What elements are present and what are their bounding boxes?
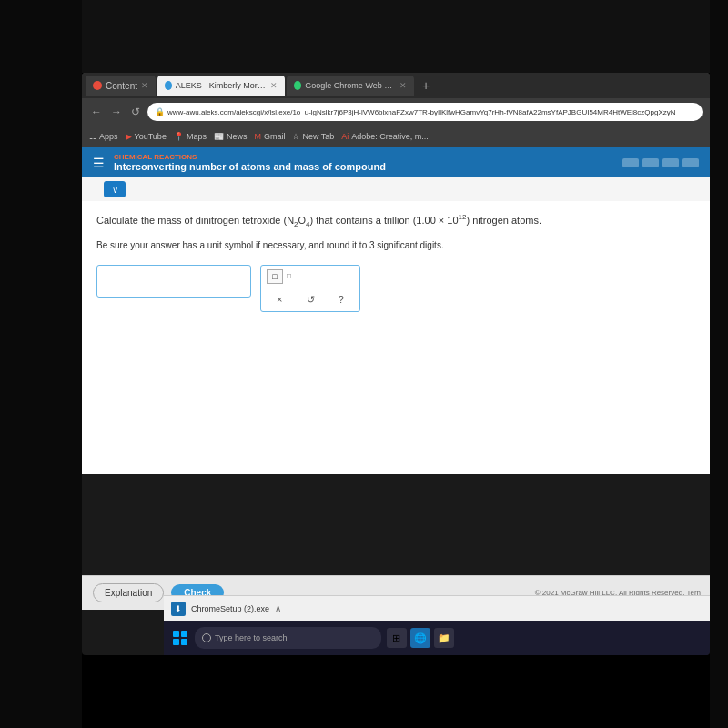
symbol-panel-bottom: × ↺ ? bbox=[261, 288, 359, 311]
tab-chrome-label: Google Chrome Web Browser bbox=[305, 81, 396, 90]
tab-close-chrome[interactable]: ✕ bbox=[399, 81, 407, 90]
bookmark-new-tab-label: New Tab bbox=[302, 132, 334, 141]
bookmark-maps-label: Maps bbox=[187, 132, 207, 141]
tab-bar: Content ✕ ALEKS - Kimberly Morris - Lear… bbox=[82, 73, 710, 98]
header-controls bbox=[622, 158, 699, 167]
dark-overlay-top bbox=[82, 0, 710, 73]
problem-text3: nitrogen atoms. bbox=[472, 215, 541, 226]
download-filename: ChromeSetup (2).exe bbox=[191, 604, 269, 613]
chem-formula: N2O4 bbox=[287, 215, 309, 226]
aleks-header: ☰ CHEMICAL REACTIONS Interconverting num… bbox=[82, 147, 710, 177]
tab-aleks-label: ALEKS - Kimberly Morris - Learn bbox=[176, 81, 267, 90]
dropdown-button[interactable]: ∨ bbox=[104, 181, 126, 197]
symbol-panel-top: □ □ bbox=[261, 266, 359, 288]
symbol-box: □ bbox=[267, 269, 283, 284]
download-bar: ⬇ ChromeSetup (2).exe ∧ bbox=[164, 595, 710, 621]
bookmark-news[interactable]: 📰 News bbox=[214, 132, 248, 141]
header-control-3[interactable] bbox=[662, 158, 679, 167]
tab-aleks[interactable]: ALEKS - Kimberly Morris - Learn ✕ bbox=[157, 76, 285, 96]
back-button[interactable]: ← bbox=[89, 104, 104, 120]
explanation-button[interactable]: Explanation bbox=[93, 583, 164, 602]
bookmark-news-icon: 📰 bbox=[214, 132, 224, 141]
hint-text: Be sure your answer has a unit symbol if… bbox=[96, 240, 695, 250]
symbol-panel: □ □ × ↺ ? bbox=[260, 265, 360, 312]
url-bar[interactable]: 🔒 www-awu.aleks.com/alekscgi/x/lsl.exe/1… bbox=[147, 103, 703, 121]
symbol-help-button[interactable]: ? bbox=[335, 292, 348, 307]
bookmark-adobe[interactable]: Ai Adobe: Creative, m... bbox=[341, 132, 429, 141]
dark-overlay-right bbox=[710, 0, 728, 728]
forward-button[interactable]: → bbox=[109, 104, 124, 120]
taskbar-icon-folder[interactable]: 📁 bbox=[434, 628, 454, 648]
tab-chrome[interactable]: Google Chrome Web Browser ✕ bbox=[287, 76, 414, 96]
taskbar-search[interactable]: Type here to search bbox=[195, 627, 381, 649]
tab-close-content[interactable]: ✕ bbox=[141, 81, 148, 90]
taskbar: Type here to search ⊞ 🌐 📁 📶 🔊 12:00 PM bbox=[164, 621, 710, 655]
page-title: Interconverting number of atoms and mass… bbox=[114, 161, 613, 172]
windows-icon bbox=[173, 631, 187, 645]
taskbar-middle: ⊞ 🌐 📁 bbox=[387, 628, 454, 648]
start-button[interactable] bbox=[171, 629, 189, 647]
symbol-times-button[interactable]: × bbox=[273, 292, 286, 307]
symbol-undo-button[interactable]: ↺ bbox=[303, 292, 318, 308]
bookmark-news-label: News bbox=[227, 132, 248, 141]
header-control-1[interactable] bbox=[622, 158, 639, 167]
dark-overlay-left bbox=[0, 0, 82, 728]
section-label: CHEMICAL REACTIONS bbox=[114, 153, 613, 161]
header-control-2[interactable] bbox=[642, 158, 659, 167]
bookmark-gmail[interactable]: M Gmail bbox=[254, 132, 285, 141]
bookmark-gmail-icon: M bbox=[254, 132, 261, 141]
hamburger-menu[interactable]: ☰ bbox=[93, 156, 105, 170]
problem-text2: that contains a trillion bbox=[316, 215, 410, 226]
bookmark-adobe-icon: Ai bbox=[341, 132, 349, 141]
bookmark-apps-label: Apps bbox=[99, 132, 118, 141]
browser-window: Content ✕ ALEKS - Kimberly Morris - Lear… bbox=[82, 73, 710, 655]
browser-chrome: Content ✕ ALEKS - Kimberly Morris - Lear… bbox=[82, 73, 710, 147]
taskbar-icon-view[interactable]: ⊞ bbox=[387, 628, 407, 648]
download-icon: ⬇ bbox=[171, 602, 186, 616]
tab-content-label: Content bbox=[106, 81, 137, 91]
bookmark-new-tab-icon: ☆ bbox=[292, 132, 299, 141]
taskbar-search-text: Type here to search bbox=[215, 633, 288, 642]
header-title-section: CHEMICAL REACTIONS Interconverting numbe… bbox=[114, 153, 613, 172]
bookmark-adobe-label: Adobe: Creative, m... bbox=[351, 132, 429, 141]
new-tab-button[interactable]: + bbox=[416, 76, 436, 96]
bookmark-youtube[interactable]: ▶ YouTube bbox=[126, 132, 167, 141]
header-control-4[interactable] bbox=[682, 158, 699, 167]
lock-icon: 🔒 bbox=[155, 107, 165, 116]
download-arrow[interactable]: ∧ bbox=[275, 603, 281, 613]
bookmark-maps[interactable]: 📍 Maps bbox=[174, 132, 207, 141]
bookmark-apps[interactable]: ⚏ Apps bbox=[89, 132, 118, 141]
content-area: Calculate the mass of dinitrogen tetroxi… bbox=[82, 201, 710, 474]
url-text: www-awu.aleks.com/alekscgi/x/lsl.exe/1o_… bbox=[167, 108, 676, 116]
bookmark-apps-icon: ⚏ bbox=[89, 132, 96, 141]
problem-text1: Calculate the mass of dinitrogen tetroxi… bbox=[96, 215, 280, 226]
input-area: □ □ × ↺ ? bbox=[96, 265, 695, 312]
taskbar-icon-browser[interactable]: 🌐 bbox=[410, 628, 430, 648]
answer-input[interactable] bbox=[96, 265, 251, 298]
tab-icon-aleks bbox=[165, 81, 172, 90]
bookmark-youtube-label: YouTube bbox=[135, 132, 167, 141]
tab-icon-chrome bbox=[294, 81, 301, 90]
problem-text: Calculate the mass of dinitrogen tetroxi… bbox=[96, 212, 695, 231]
aleks-page: ☰ CHEMICAL REACTIONS Interconverting num… bbox=[82, 147, 710, 474]
bookmark-new-tab[interactable]: ☆ New Tab bbox=[292, 132, 334, 141]
search-icon bbox=[202, 633, 211, 642]
address-bar: ← → ↺ 🔒 www-awu.aleks.com/alekscgi/x/lsl… bbox=[82, 98, 710, 126]
tab-close-aleks[interactable]: ✕ bbox=[270, 81, 278, 90]
bookmark-gmail-label: Gmail bbox=[264, 132, 286, 141]
tab-content[interactable]: Content ✕ bbox=[86, 76, 156, 96]
bookmark-maps-icon: 📍 bbox=[174, 132, 184, 141]
bookmark-youtube-icon: ▶ bbox=[126, 132, 132, 141]
tab-icon-content bbox=[93, 81, 102, 90]
refresh-button[interactable]: ↺ bbox=[129, 104, 142, 120]
superscript-indicator: □ bbox=[287, 272, 291, 280]
bookmarks-bar: ⚏ Apps ▶ YouTube 📍 Maps 📰 News M Gmail ☆ bbox=[82, 126, 710, 147]
